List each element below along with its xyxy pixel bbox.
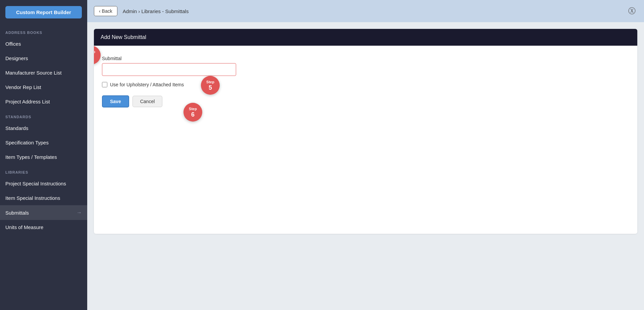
sidebar-item-standards[interactable]: Standards (0, 121, 87, 135)
sidebar-item-label: Specification Types (5, 140, 49, 145)
breadcrumb: Admin › Libraries - Submittals (123, 8, 189, 14)
sidebar-item-label: Item Types / Templates (5, 154, 57, 160)
step-6-bubble: Step6 (183, 103, 202, 122)
sidebar-item-submittals[interactable]: Submittals→ (0, 205, 87, 220)
sidebar-item-label: Project Address List (5, 99, 50, 104)
arrow-icon: → (76, 210, 82, 216)
sidebar-item-units-of-measure[interactable]: Units of Measure (0, 220, 87, 234)
sidebar-item-label: Standards (5, 125, 28, 131)
sidebar-item-item-special-instructions[interactable]: Item Special Instructions (0, 191, 87, 205)
close-button[interactable]: Ⓧ (627, 6, 637, 16)
custom-report-button[interactable]: Custom Report Builder (5, 6, 82, 18)
sidebar-item-project-address-list[interactable]: Project Address List (0, 94, 87, 109)
sidebar-item-label: Units of Measure (5, 224, 43, 230)
sidebar-sections: ADDRESS BOOKSOfficesDesignersManufacture… (0, 25, 87, 234)
submittal-input[interactable] (102, 63, 236, 76)
sidebar-item-label: Designers (5, 55, 28, 61)
step-4-bubble: Step4 (94, 46, 101, 64)
sidebar-item-label: Item Special Instructions (5, 195, 60, 201)
card-header: Add New Submittal (94, 29, 637, 46)
button-row: Save Cancel (102, 95, 629, 107)
upholstery-checkbox[interactable] (102, 82, 107, 87)
step-5-bubble: Step5 (201, 76, 220, 95)
sidebar-item-label: Vendor Rep List (5, 84, 41, 90)
sidebar-item-label: Offices (5, 41, 21, 47)
form-wrapper: Step4Step5Step6 Submittal Use for Uphols… (102, 56, 629, 107)
sidebar-item-project-special-instructions[interactable]: Project Special Instructions (0, 176, 87, 191)
save-button[interactable]: Save (102, 95, 129, 107)
main-area: ‹ Back Admin › Libraries - Submittals Ⓧ … (87, 0, 644, 310)
sidebar-item-label: Project Special Instructions (5, 181, 66, 186)
sidebar-item-label: Manufacturer Source List (5, 70, 62, 76)
sidebar-item-label: Submittals (5, 210, 29, 216)
sidebar-item-offices[interactable]: Offices (0, 37, 87, 51)
content-area: Add New Submittal Step4Step5Step6 Submit… (87, 22, 644, 310)
checkbox-row: Use for Upholstery / Attached Items (102, 82, 629, 87)
back-button[interactable]: ‹ Back (94, 6, 117, 16)
card-body: Step4Step5Step6 Submittal Use for Uphols… (94, 46, 637, 234)
sidebar-item-designers[interactable]: Designers (0, 51, 87, 65)
sidebar-item-vendor-rep-list[interactable]: Vendor Rep List (0, 80, 87, 94)
sidebar-section-label: STANDARDS (0, 109, 87, 121)
add-submittal-card: Add New Submittal Step4Step5Step6 Submit… (94, 29, 637, 234)
sidebar-top: Custom Report Builder (0, 0, 87, 25)
cancel-button[interactable]: Cancel (132, 96, 163, 107)
sidebar-item-specification-types[interactable]: Specification Types (0, 135, 87, 150)
submittal-field-group: Submittal (102, 56, 629, 76)
sidebar-section-label: ADDRESS BOOKS (0, 25, 87, 37)
sidebar-item-item-types-templates[interactable]: Item Types / Templates (0, 150, 87, 164)
sidebar: Custom Report Builder ADDRESS BOOKSOffic… (0, 0, 87, 310)
sidebar-item-manufacturer-source-list[interactable]: Manufacturer Source List (0, 65, 87, 80)
sidebar-section-label: LIBRARIES (0, 164, 87, 176)
submittal-label: Submittal (102, 56, 629, 61)
upholstery-label: Use for Upholstery / Attached Items (110, 82, 184, 87)
topbar: ‹ Back Admin › Libraries - Submittals Ⓧ (87, 0, 644, 22)
